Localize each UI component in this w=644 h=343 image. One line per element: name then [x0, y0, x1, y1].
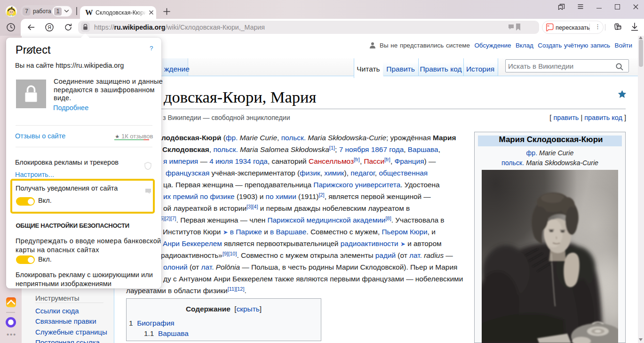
svg-text:Я: Я	[48, 24, 51, 30]
svg-text:“: “	[547, 24, 549, 30]
